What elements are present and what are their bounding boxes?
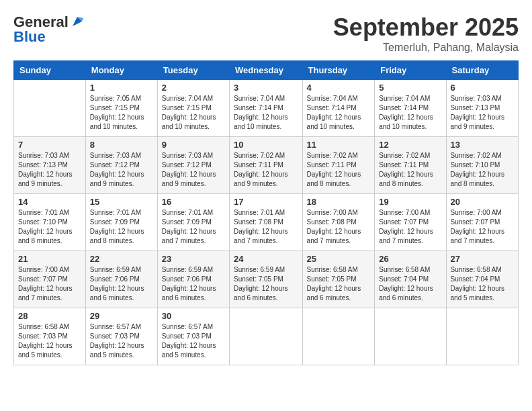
calendar-cell: 1Sunrise: 7:05 AM Sunset: 7:15 PM Daylig… — [85, 80, 157, 137]
day-info: Sunrise: 7:00 AM Sunset: 7:07 PM Dayligh… — [451, 208, 514, 246]
calendar-cell: 9Sunrise: 7:03 AM Sunset: 7:12 PM Daylig… — [157, 137, 229, 194]
col-header-wednesday: Wednesday — [230, 61, 303, 80]
day-info: Sunrise: 6:59 AM Sunset: 7:05 PM Dayligh… — [234, 265, 298, 303]
col-header-monday: Monday — [85, 61, 157, 80]
day-info: Sunrise: 6:57 AM Sunset: 7:03 PM Dayligh… — [90, 322, 153, 360]
calendar-cell: 23Sunrise: 6:59 AM Sunset: 7:06 PM Dayli… — [157, 251, 229, 308]
day-info: Sunrise: 7:03 AM Sunset: 7:12 PM Dayligh… — [162, 151, 225, 189]
calendar-cell: 24Sunrise: 6:59 AM Sunset: 7:05 PM Dayli… — [230, 251, 303, 308]
col-header-saturday: Saturday — [446, 61, 518, 80]
day-info: Sunrise: 7:01 AM Sunset: 7:09 PM Dayligh… — [162, 208, 225, 246]
calendar-cell: 20Sunrise: 7:00 AM Sunset: 7:07 PM Dayli… — [446, 194, 518, 251]
day-number: 11 — [307, 140, 371, 150]
day-number: 10 — [234, 140, 298, 150]
col-header-friday: Friday — [375, 61, 446, 80]
day-number: 4 — [307, 83, 371, 93]
day-number: 8 — [90, 140, 153, 150]
calendar-cell: 11Sunrise: 7:02 AM Sunset: 7:11 PM Dayli… — [302, 137, 375, 194]
day-number: 19 — [379, 197, 441, 207]
day-info: Sunrise: 7:01 AM Sunset: 7:08 PM Dayligh… — [234, 208, 298, 246]
day-info: Sunrise: 7:03 AM Sunset: 7:12 PM Dayligh… — [90, 151, 153, 189]
col-header-sunday: Sunday — [14, 61, 86, 80]
week-row-1: 1Sunrise: 7:05 AM Sunset: 7:15 PM Daylig… — [14, 80, 519, 137]
calendar-cell — [446, 308, 518, 365]
calendar-cell: 28Sunrise: 6:58 AM Sunset: 7:03 PM Dayli… — [14, 308, 86, 365]
week-row-5: 28Sunrise: 6:58 AM Sunset: 7:03 PM Dayli… — [14, 308, 519, 365]
day-number: 9 — [162, 140, 225, 150]
day-info: Sunrise: 7:04 AM Sunset: 7:14 PM Dayligh… — [379, 94, 441, 132]
calendar-cell: 15Sunrise: 7:01 AM Sunset: 7:09 PM Dayli… — [85, 194, 157, 251]
day-number: 17 — [234, 197, 298, 207]
title-block: September 2025 Temerluh, Pahang, Malaysi… — [333, 13, 519, 54]
calendar-cell: 8Sunrise: 7:03 AM Sunset: 7:12 PM Daylig… — [85, 137, 157, 194]
day-info: Sunrise: 7:04 AM Sunset: 7:14 PM Dayligh… — [234, 94, 298, 132]
day-number: 3 — [234, 83, 298, 93]
day-number: 26 — [379, 254, 441, 264]
day-info: Sunrise: 6:58 AM Sunset: 7:04 PM Dayligh… — [379, 265, 441, 303]
calendar-cell: 26Sunrise: 6:58 AM Sunset: 7:04 PM Dayli… — [375, 251, 446, 308]
day-info: Sunrise: 6:58 AM Sunset: 7:05 PM Dayligh… — [307, 265, 371, 303]
calendar-cell: 25Sunrise: 6:58 AM Sunset: 7:05 PM Dayli… — [302, 251, 375, 308]
calendar-cell: 27Sunrise: 6:58 AM Sunset: 7:04 PM Dayli… — [446, 251, 518, 308]
calendar-cell: 18Sunrise: 7:00 AM Sunset: 7:08 PM Dayli… — [302, 194, 375, 251]
calendar-cell: 6Sunrise: 7:03 AM Sunset: 7:13 PM Daylig… — [446, 80, 518, 137]
day-info: Sunrise: 7:05 AM Sunset: 7:15 PM Dayligh… — [90, 94, 153, 132]
calendar-cell — [375, 308, 446, 365]
day-number: 14 — [18, 197, 81, 207]
calendar-cell: 17Sunrise: 7:01 AM Sunset: 7:08 PM Dayli… — [230, 194, 303, 251]
calendar-cell: 3Sunrise: 7:04 AM Sunset: 7:14 PM Daylig… — [230, 80, 303, 137]
col-header-thursday: Thursday — [302, 61, 375, 80]
logo-blue: Blue — [13, 28, 46, 46]
day-number: 21 — [18, 254, 81, 264]
calendar-cell: 13Sunrise: 7:02 AM Sunset: 7:10 PM Dayli… — [446, 137, 518, 194]
day-info: Sunrise: 7:02 AM Sunset: 7:10 PM Dayligh… — [451, 151, 514, 189]
day-info: Sunrise: 7:02 AM Sunset: 7:11 PM Dayligh… — [234, 151, 298, 189]
calendar-cell: 2Sunrise: 7:04 AM Sunset: 7:15 PM Daylig… — [157, 80, 229, 137]
day-number: 6 — [451, 83, 514, 93]
calendar-cell: 16Sunrise: 7:01 AM Sunset: 7:09 PM Dayli… — [157, 194, 229, 251]
day-number: 13 — [451, 140, 514, 150]
day-number: 28 — [18, 311, 81, 321]
logo-icon — [70, 14, 85, 29]
calendar-table: SundayMondayTuesdayWednesdayThursdayFrid… — [13, 60, 519, 365]
day-info: Sunrise: 7:00 AM Sunset: 7:07 PM Dayligh… — [379, 208, 441, 246]
day-number: 23 — [162, 254, 225, 264]
day-number: 29 — [90, 311, 153, 321]
month-title: September 2025 — [333, 13, 519, 42]
day-number: 20 — [451, 197, 514, 207]
day-info: Sunrise: 7:04 AM Sunset: 7:15 PM Dayligh… — [162, 94, 225, 132]
day-number: 16 — [162, 197, 225, 207]
calendar-header-row: SundayMondayTuesdayWednesdayThursdayFrid… — [14, 61, 519, 80]
calendar-cell: 14Sunrise: 7:01 AM Sunset: 7:10 PM Dayli… — [14, 194, 86, 251]
day-info: Sunrise: 7:04 AM Sunset: 7:14 PM Dayligh… — [307, 94, 371, 132]
calendar-cell — [230, 308, 303, 365]
day-number: 12 — [379, 140, 441, 150]
logo: General Blue — [13, 13, 85, 46]
week-row-3: 14Sunrise: 7:01 AM Sunset: 7:10 PM Dayli… — [14, 194, 519, 251]
calendar-cell — [302, 308, 375, 365]
calendar-cell: 21Sunrise: 7:00 AM Sunset: 7:07 PM Dayli… — [14, 251, 86, 308]
day-info: Sunrise: 6:58 AM Sunset: 7:03 PM Dayligh… — [18, 322, 81, 360]
col-header-tuesday: Tuesday — [157, 61, 229, 80]
day-info: Sunrise: 7:03 AM Sunset: 7:13 PM Dayligh… — [18, 151, 81, 189]
calendar-cell: 7Sunrise: 7:03 AM Sunset: 7:13 PM Daylig… — [14, 137, 86, 194]
day-number: 1 — [90, 83, 153, 93]
calendar-cell: 22Sunrise: 6:59 AM Sunset: 7:06 PM Dayli… — [85, 251, 157, 308]
day-number: 18 — [307, 197, 371, 207]
day-info: Sunrise: 7:00 AM Sunset: 7:08 PM Dayligh… — [307, 208, 371, 246]
week-row-2: 7Sunrise: 7:03 AM Sunset: 7:13 PM Daylig… — [14, 137, 519, 194]
day-info: Sunrise: 6:59 AM Sunset: 7:06 PM Dayligh… — [162, 265, 225, 303]
page-header: General Blue September 2025 Temerluh, Pa… — [13, 13, 519, 54]
calendar-cell: 12Sunrise: 7:02 AM Sunset: 7:11 PM Dayli… — [375, 137, 446, 194]
day-info: Sunrise: 7:02 AM Sunset: 7:11 PM Dayligh… — [307, 151, 371, 189]
calendar-cell: 10Sunrise: 7:02 AM Sunset: 7:11 PM Dayli… — [230, 137, 303, 194]
day-info: Sunrise: 7:02 AM Sunset: 7:11 PM Dayligh… — [379, 151, 441, 189]
day-info: Sunrise: 7:03 AM Sunset: 7:13 PM Dayligh… — [451, 94, 514, 132]
day-number: 5 — [379, 83, 441, 93]
day-number: 25 — [307, 254, 371, 264]
calendar-cell — [14, 80, 86, 137]
day-number: 15 — [90, 197, 153, 207]
day-number: 2 — [162, 83, 225, 93]
day-info: Sunrise: 6:59 AM Sunset: 7:06 PM Dayligh… — [90, 265, 153, 303]
day-number: 7 — [18, 140, 81, 150]
